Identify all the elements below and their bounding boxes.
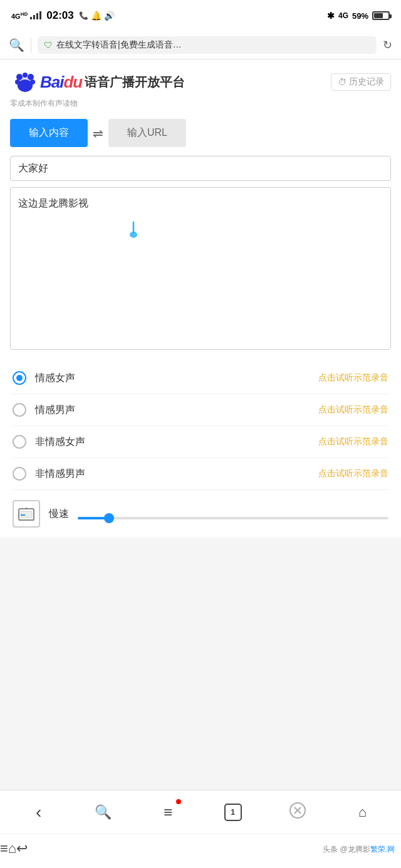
- browser-divider: [31, 38, 31, 53]
- site-subtitle: 零成本制作有声读物: [10, 98, 391, 109]
- voice-option-2[interactable]: 非情感女声 点击试听示范录音: [13, 426, 388, 458]
- svg-rect-0: [30, 17, 32, 19]
- speed-monitor-icon: [18, 505, 35, 523]
- content-textarea[interactable]: 这边是龙腾影视: [10, 187, 391, 350]
- browser-url-bar[interactable]: 🛡 在线文字转语音|免费生成语音…: [38, 36, 377, 54]
- voice-option-1[interactable]: 情感男声 点击试听示范录音: [13, 394, 388, 426]
- secure-icon: 🛡: [44, 40, 53, 50]
- status-bar: 4GHD 02:03 📞 🔔 🔊 ✱ 4G 59%: [0, 0, 401, 31]
- speed-slider-wrap: [78, 511, 388, 519]
- nav-more-button[interactable]: [282, 797, 313, 828]
- title-input[interactable]: [10, 156, 391, 181]
- radio-non-qinggan-female[interactable]: [13, 435, 26, 449]
- history-button[interactable]: ⏱ 历史记录: [331, 73, 391, 91]
- baidu-logo-svg: [10, 69, 40, 94]
- voice-option-0[interactable]: 情感女声 点击试听示范录音: [13, 362, 388, 394]
- nav-home-button[interactable]: ⌂: [346, 797, 378, 828]
- home-row: ≡ ⌂ ↩ 头条 @龙腾影繁荣.网: [0, 834, 401, 868]
- nav-menu-badge: [176, 799, 181, 804]
- baidu-text-logo: Baidu: [40, 73, 82, 92]
- svg-rect-2: [36, 13, 38, 19]
- cursor-drop-icon: [128, 222, 139, 238]
- home-row-menu-icon[interactable]: ≡: [0, 840, 8, 857]
- voice-sample-1[interactable]: 点击试听示范录音: [318, 404, 388, 416]
- network-icon: 4GHD: [11, 11, 28, 20]
- signal-bars: [30, 11, 41, 21]
- home-row-back-icon[interactable]: ↩: [16, 840, 28, 857]
- site-title: 语音广播开放平台: [85, 74, 185, 91]
- status-right: ✱ 4G 59%: [327, 11, 390, 21]
- svg-rect-3: [39, 11, 41, 19]
- svg-point-11: [130, 232, 137, 238]
- wifi-4g: 4G: [338, 11, 348, 20]
- tab-switch-icon: ⇌: [93, 126, 103, 141]
- baidu-logo: Baidu: [10, 69, 82, 94]
- speed-icon-box: [13, 500, 40, 528]
- nav-more-icon: [289, 802, 306, 823]
- bottom-nav: ‹ 🔍 ≡ 1 ⌂: [0, 790, 401, 834]
- svg-rect-1: [33, 15, 35, 19]
- tab-row: 输入内容 ⇌ 输入URL: [10, 119, 391, 147]
- voice-name-2: 非情感女声: [35, 436, 310, 449]
- voice-sample-0[interactable]: 点击试听示范录音: [318, 372, 388, 384]
- svg-point-6: [23, 73, 28, 78]
- call-icon: 📞: [79, 11, 88, 20]
- speed-slider-thumb[interactable]: [104, 513, 114, 523]
- speed-slider[interactable]: [78, 517, 388, 519]
- site-header: Baidu 语音广播开放平台 ⏱ 历史记录: [10, 69, 391, 94]
- battery-percent: 59%: [352, 11, 368, 21]
- nav-back-button[interactable]: ‹: [23, 797, 55, 828]
- history-icon: ⏱: [338, 77, 346, 87]
- bottom-section: ‹ 🔍 ≡ 1 ⌂ ≡ ⌂ ↩: [0, 790, 401, 868]
- svg-point-5: [16, 74, 23, 80]
- nav-search-icon: 🔍: [95, 804, 112, 820]
- browser-search-icon[interactable]: 🔍: [9, 38, 24, 53]
- battery-icon: [372, 11, 390, 20]
- nav-menu-icon: ≡: [164, 804, 172, 821]
- nav-tab-count: 1: [224, 804, 242, 821]
- voice-name-0: 情感女声: [35, 372, 310, 385]
- voice-name-1: 情感男声: [35, 404, 310, 417]
- voice-sample-2[interactable]: 点击试听示范录音: [318, 436, 388, 447]
- watermark: 头条 @龙腾影繁荣.网: [323, 843, 401, 855]
- refresh-icon[interactable]: ↻: [383, 38, 392, 52]
- nav-menu-button[interactable]: ≡: [152, 797, 184, 828]
- status-left: 4GHD 02:03 📞 🔔 🔊: [11, 9, 115, 22]
- logo-area: Baidu 语音广播开放平台: [10, 69, 185, 94]
- nav-tab-button[interactable]: 1: [217, 797, 249, 828]
- voice-option-3[interactable]: 非情感男声 点击试听示范录音: [13, 458, 388, 490]
- volume-icon: 🔊: [104, 11, 115, 21]
- nav-home-icon: ⌂: [358, 804, 367, 820]
- voice-name-3: 非情感男声: [35, 467, 310, 481]
- bell-icon: 🔔: [91, 11, 102, 21]
- svg-point-7: [28, 74, 34, 80]
- tab-input-url[interactable]: 输入URL: [108, 119, 186, 147]
- tab-input-content[interactable]: 输入内容: [10, 119, 88, 147]
- history-label: 历史记录: [349, 76, 384, 88]
- browser-bar: 🔍 🛡 在线文字转语音|免费生成语音… ↻: [0, 31, 401, 59]
- radio-non-qinggan-male[interactable]: [13, 467, 26, 481]
- radio-qinggan-male[interactable]: [13, 403, 26, 417]
- radio-qinggan-female[interactable]: [13, 371, 26, 385]
- watermark-suffix: 繁荣.网: [370, 845, 395, 854]
- back-icon: ‹: [36, 802, 41, 822]
- svg-point-10: [18, 79, 33, 92]
- bluetooth-icon: ✱: [327, 11, 335, 21]
- speed-label: 慢速: [49, 508, 69, 521]
- content-area-wrap: 这边是龙腾影视: [10, 187, 391, 352]
- main-content: Baidu 语音广播开放平台 ⏱ 历史记录 零成本制作有声读物 输入内容 ⇌ 输…: [0, 59, 401, 538]
- watermark-prefix: 头条 @龙腾影: [323, 845, 370, 854]
- voice-sample-3[interactable]: 点击试听示范录音: [318, 468, 388, 479]
- voice-options-list: 情感女声 点击试听示范录音 情感男声 点击试听示范录音 非情感女声 点击试听示范…: [10, 362, 391, 490]
- nav-search-button[interactable]: 🔍: [88, 797, 119, 828]
- speed-section: 慢速: [10, 490, 391, 528]
- url-text: 在线文字转语音|免费生成语音…: [56, 39, 370, 51]
- home-row-home-icon[interactable]: ⌂: [8, 840, 16, 857]
- time-display: 02:03: [46, 9, 73, 22]
